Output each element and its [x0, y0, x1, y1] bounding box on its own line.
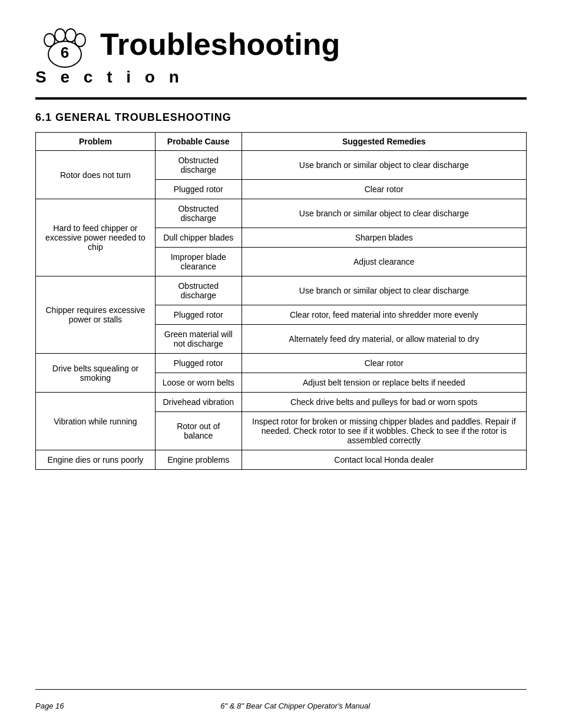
subsection-title: 6.1 GENERAL TROUBLESHOOTING [35, 111, 527, 124]
table-row: Drive belts squealing or smoking Plugged… [36, 354, 527, 373]
footer-page: Page 16 [35, 701, 64, 710]
col-header-problem: Problem [36, 133, 156, 151]
cause-cell: Loose or worn belts [155, 373, 242, 393]
col-header-cause: Probable Cause [155, 133, 242, 151]
cause-cell: Plugged rotor [155, 354, 242, 373]
cause-cell: Green material will not discharge [155, 325, 242, 354]
remedy-cell: Inspect rotor for broken or missing chip… [242, 412, 526, 450]
header-divider [35, 97, 527, 100]
remedy-cell: Clear rotor, feed material into shredder… [242, 305, 526, 325]
footer-title: 6" & 8" Bear Cat Chipper Operator's Manu… [220, 701, 370, 710]
troubleshooting-table: Problem Probable Cause Suggested Remedie… [35, 132, 527, 470]
problem-cell: Drive belts squealing or smoking [36, 354, 156, 393]
remedy-cell: Adjust belt tension or replace belts if … [242, 373, 526, 393]
page: 6 Troubleshooting S e c t i o n 6.1 GENE… [0, 0, 562, 728]
problem-cell: Engine dies or runs poorly [36, 450, 156, 470]
cause-cell: Obstructed discharge [155, 199, 242, 228]
remedy-cell: Sharpen blades [242, 228, 526, 248]
remedy-cell: Contact local Honda dealer [242, 450, 526, 470]
col-header-remedy: Suggested Remedies [242, 133, 526, 151]
remedy-cell: Use branch or similar object to clear di… [242, 276, 526, 305]
table-header-row: Problem Probable Cause Suggested Remedie… [36, 133, 527, 151]
remedy-cell: Check drive belts and pulleys for bad or… [242, 393, 526, 412]
remedy-cell: Alternately feed dry material, or allow … [242, 325, 526, 354]
svg-text:6: 6 [61, 44, 69, 61]
problem-cell: Hard to feed chipper or excessive power … [36, 199, 156, 276]
cause-cell: Obstructed discharge [155, 276, 242, 305]
problem-cell: Vibration while running [36, 393, 156, 450]
cause-cell: Drivehead vibration [155, 393, 242, 412]
header-top: 6 Troubleshooting [35, 18, 527, 71]
cause-cell: Obstructed discharge [155, 151, 242, 180]
subsection-number: 6.1 [35, 111, 52, 123]
cause-cell: Rotor out of balance [155, 412, 242, 450]
subsection-title-text: GENERAL TROUBLESHOOTING [55, 111, 232, 123]
svg-point-2 [55, 29, 65, 42]
remedy-cell: Clear rotor [242, 180, 526, 199]
table-row: Hard to feed chipper or excessive power … [36, 199, 527, 228]
svg-point-1 [44, 34, 55, 47]
table-row: Vibration while running Drivehead vibrat… [36, 393, 527, 412]
paw-icon: 6 [35, 18, 94, 71]
problem-cell: Chipper requires excessive power or stal… [36, 276, 156, 354]
svg-point-4 [75, 34, 85, 47]
footer: Page 16 6" & 8" Bear Cat Chipper Operato… [35, 689, 527, 710]
table-row: Rotor does not turn Obstructed discharge… [36, 151, 527, 180]
logo: 6 [35, 18, 94, 71]
table-row: Engine dies or runs poorly Engine proble… [36, 450, 527, 470]
section-word: S e c t i o n [35, 68, 527, 87]
cause-cell: Plugged rotor [155, 180, 242, 199]
header-section: 6 Troubleshooting S e c t i o n [35, 18, 527, 87]
cause-cell: Engine problems [155, 450, 242, 470]
cause-cell: Plugged rotor [155, 305, 242, 325]
remedy-cell: Use branch or similar object to clear di… [242, 199, 526, 228]
cause-cell: Improper blade clearance [155, 248, 242, 276]
section-title: Troubleshooting [100, 27, 340, 62]
problem-cell: Rotor does not turn [36, 151, 156, 199]
cause-cell: Dull chipper blades [155, 228, 242, 248]
remedy-cell: Use branch or similar object to clear di… [242, 151, 526, 180]
remedy-cell: Clear rotor [242, 354, 526, 373]
table-row: Chipper requires excessive power or stal… [36, 276, 527, 305]
remedy-cell: Adjust clearance [242, 248, 526, 276]
